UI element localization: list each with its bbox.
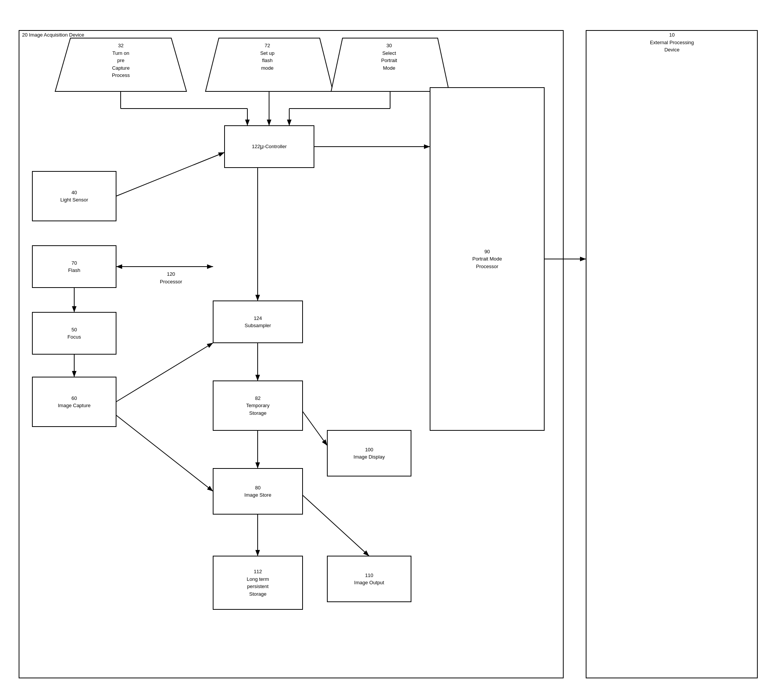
svg-line-26 <box>116 152 224 196</box>
trap30-label: 30SelectPortraitMode <box>333 42 445 72</box>
box-50: 50Focus <box>32 312 116 354</box>
box-124: 124Subsampler <box>213 301 303 343</box>
iad-label: 20 Image Acquisition Device <box>22 31 84 39</box>
trap32-label: 32Turn onpreCaptureProcess <box>65 42 177 79</box>
box-112: 112Long termpersistentStorage <box>213 556 303 609</box>
diagram-container: 20 Image Acquisition Device 10External P… <box>12 12 769 685</box>
box-100: 100Image Display <box>327 430 411 476</box>
svg-line-35 <box>303 411 327 446</box>
svg-line-32 <box>116 343 213 402</box>
box-110: 110Image Output <box>327 556 411 602</box>
box-82: 82TemporaryStorage <box>213 381 303 430</box>
svg-line-33 <box>116 415 213 491</box>
svg-line-38 <box>303 495 369 556</box>
processor-label: 120Processor <box>160 271 182 285</box>
box-40: 40Light Sensor <box>32 172 116 221</box>
box-90: 90Portrait ModeProcessor <box>430 88 544 430</box>
box-60: 60Image Capture <box>32 377 116 426</box>
svg-rect-3 <box>586 30 758 678</box>
epd-label: 10External ProcessingDevice <box>589 31 755 54</box>
trap72-label: 72Set upflashmode <box>211 42 323 72</box>
box-70: 70Flash <box>32 246 116 287</box>
box-80: 80Image Store <box>213 469 303 514</box>
box-122: 122μ-Controller <box>224 126 314 168</box>
